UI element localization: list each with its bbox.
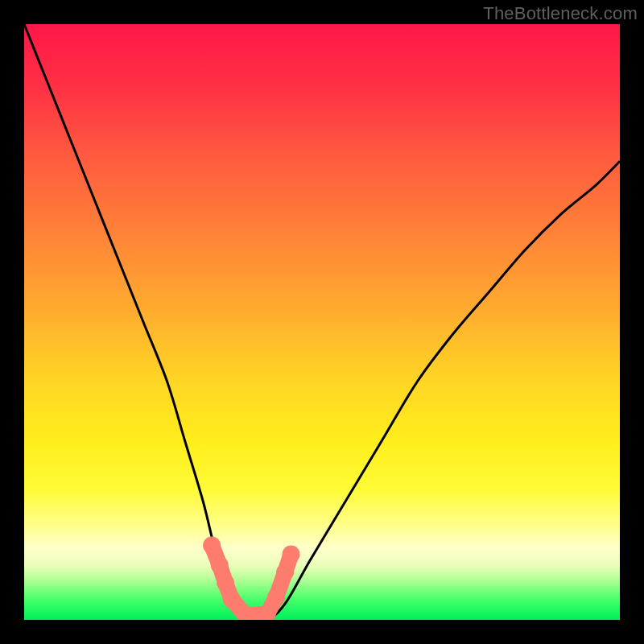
chart-svg — [24, 24, 620, 620]
watermark-text: TheBottleneck.com — [483, 3, 638, 24]
marker-dot — [267, 588, 285, 606]
marker-group — [203, 537, 299, 621]
plot-area — [24, 24, 620, 620]
marker-dot — [211, 556, 229, 574]
marker-dot — [276, 564, 294, 581]
curve-right-branch — [250, 161, 620, 620]
marker-dot — [217, 574, 234, 592]
bottleneck-curve — [24, 24, 620, 620]
chart-frame: TheBottleneck.com — [0, 0, 644, 644]
marker-dot — [223, 590, 241, 608]
curve-left-branch — [24, 24, 268, 620]
marker-dot — [283, 546, 300, 564]
marker-dot — [203, 537, 221, 555]
